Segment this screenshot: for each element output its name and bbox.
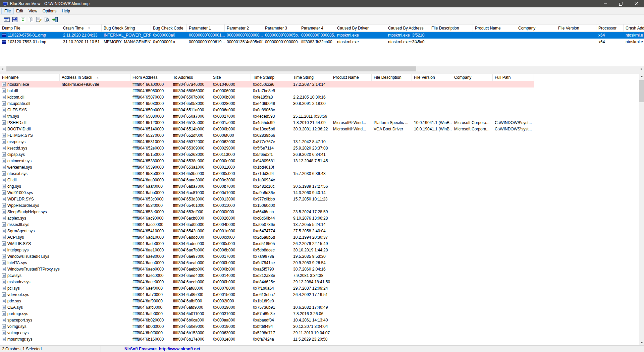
cell-filename: cmimcext.sys bbox=[0, 158, 60, 164]
column-header-file-version[interactable]: File Version bbox=[556, 24, 596, 32]
dump-properties-icon[interactable] bbox=[3, 15, 11, 23]
column-header-dump-file[interactable]: Dump File bbox=[0, 24, 61, 32]
table-row[interactable]: ntoskrnl.exentoskrnl.exe+9a078efffff804`… bbox=[0, 81, 534, 87]
table-row[interactable]: volmgr.sysfffff804`6b0d0000fffff804`6b0e… bbox=[0, 323, 534, 330]
vertical-scrollbar-thumb[interactable] bbox=[639, 80, 644, 102]
column-header-product-name[interactable]: Product Name bbox=[473, 24, 516, 32]
column-header-crash-add[interactable]: Crash Add bbox=[624, 24, 644, 32]
column-header-file-version[interactable]: File Version bbox=[412, 74, 452, 81]
cell-processor: x64 bbox=[596, 39, 624, 45]
column-header-file-description[interactable]: File Description bbox=[372, 74, 412, 81]
table-row[interactable]: IntelTA.sysfffff804`6aea0000fffff804`6ae… bbox=[0, 259, 534, 266]
close-button[interactable] bbox=[629, 0, 644, 7]
table-row[interactable]: WindowsTrustedRTProxy.sysfffff804`6aeb00… bbox=[0, 266, 534, 272]
table-row[interactable]: hal.dllfffff804`65060000fffff804`6506600… bbox=[0, 87, 534, 94]
scroll-right-arrow-icon[interactable] bbox=[639, 66, 644, 71]
table-row[interactable]: FLTMGR.SYSfffff804`65270000fffff804`652d… bbox=[0, 132, 534, 138]
table-row[interactable]: CEA.sysfffff804`6afc0000fffff804`6afd900… bbox=[0, 304, 534, 310]
table-row[interactable]: werkernel.sysfffff804`65390000fffff804`6… bbox=[0, 164, 534, 170]
column-header-full-path[interactable]: Full Path bbox=[493, 74, 534, 81]
table-row[interactable]: mssecflt.sysfffff804`6acc0000fffff804`6a… bbox=[0, 221, 534, 228]
table-row[interactable]: mountmgr.sysfffff804`6b160000fffff804`6b… bbox=[0, 336, 534, 342]
column-header-parameter-2[interactable]: Parameter 2 bbox=[225, 24, 263, 32]
column-header-parameter-1[interactable]: Parameter 1 bbox=[187, 24, 225, 32]
restore-button[interactable] bbox=[613, 0, 629, 7]
table-row[interactable]: vdrvroot.sysfffff804`6af70000fffff804`6a… bbox=[0, 291, 534, 298]
driver-file-icon bbox=[2, 108, 6, 112]
table-row[interactable]: PSHED.dllfffff804`65120000fffff804`6513a… bbox=[0, 119, 534, 126]
table-row[interactable]: ACPI.sysfffff804`6ad10000fffff804`6addc0… bbox=[0, 234, 534, 240]
properties-icon[interactable] bbox=[35, 15, 43, 23]
table-row[interactable]: mcupdate.dllfffff804`65030000fffff804`65… bbox=[0, 100, 534, 107]
table-row[interactable]: pdc.sysfffff804`6af90000fffff804`6afbf00… bbox=[0, 298, 534, 304]
scroll-up-arrow-icon[interactable] bbox=[639, 74, 644, 79]
exit-icon[interactable] bbox=[51, 15, 59, 23]
minimize-button[interactable] bbox=[598, 0, 613, 7]
column-header-to-address[interactable]: To Address bbox=[171, 74, 211, 81]
table-row[interactable]: tm.sysfffff804`65080000fffff804`650a7000… bbox=[0, 113, 534, 119]
refresh-icon[interactable] bbox=[19, 15, 27, 23]
column-header-caused-by-address[interactable]: Caused By Address bbox=[386, 24, 429, 32]
table-row[interactable]: intelpep.sysfffff804`6ae10000fffff804`6a… bbox=[0, 247, 534, 253]
column-header-size[interactable]: Size bbox=[211, 74, 251, 81]
column-header-time-stamp[interactable]: Time Stamp bbox=[251, 74, 291, 81]
vertical-scrollbar[interactable] bbox=[639, 74, 644, 345]
table-row[interactable]: ksecdd.sysfffff804`652e0000fffff804`6530… bbox=[0, 145, 534, 151]
column-header-company[interactable]: Company bbox=[452, 74, 493, 81]
table-row[interactable]: ntosext.sysfffff804`653b0000fffff804`653… bbox=[0, 170, 534, 177]
scroll-left-arrow-icon[interactable] bbox=[0, 66, 5, 71]
pane-splitter[interactable] bbox=[0, 71, 644, 74]
column-header-time-string[interactable]: Time String bbox=[291, 74, 331, 81]
table-row[interactable]: SgrmAgent.sysfffff804`65410000fffff804`6… bbox=[0, 228, 534, 234]
find-icon[interactable] bbox=[43, 15, 51, 23]
horizontal-scrollbar[interactable] bbox=[0, 66, 644, 71]
table-row[interactable]: pcw.sysfffff804`6aec0000fffff804`6aed400… bbox=[0, 272, 534, 279]
table-row[interactable]: WMILIB.SYSfffff804`6ade0000fffff804`6ade… bbox=[0, 240, 534, 247]
column-header-file-description[interactable]: File Description bbox=[429, 24, 473, 32]
table-row[interactable]: WppRecorder.sysfffff804`653f0000fffff804… bbox=[0, 202, 534, 209]
column-header-product-name[interactable]: Product Name bbox=[331, 74, 372, 81]
table-row[interactable]: cmimcext.sysfffff804`65380000fffff804`65… bbox=[0, 158, 534, 164]
scroll-down-arrow-icon[interactable] bbox=[639, 340, 644, 345]
table-row[interactable]: cng.sysfffff804`6aaf0000fffff804`6aba700… bbox=[0, 183, 534, 189]
column-header-bug-check-code[interactable]: Bug Check Code bbox=[151, 24, 187, 32]
column-header-crash-time[interactable]: Crash Time▿ bbox=[61, 24, 102, 32]
table-row[interactable]: WindowsTrustedRT.sysfffff804`6ae80000fff… bbox=[0, 253, 534, 259]
table-row[interactable]: partmgr.sysfffff804`6afe0000fffff804`6b0… bbox=[0, 310, 534, 317]
table-row[interactable]: 103120-7593-01.dmp31.10.2020 11:10:51MEM… bbox=[0, 39, 644, 45]
table-row[interactable]: 110320-6750-01.dmp2.11.2020 21:04:33INTE… bbox=[0, 32, 644, 39]
table-row[interactable]: msrpc.sysfffff804`65310000fffff804`65372… bbox=[0, 138, 534, 145]
menu-view[interactable]: View bbox=[26, 8, 40, 14]
table-row[interactable]: SleepStudyHelper.sysfffff804`653e0000fff… bbox=[0, 209, 534, 215]
menu-file[interactable]: File bbox=[2, 8, 13, 14]
table-row[interactable]: acpiex.sysfffff804`6ac90000fffff804`6acb… bbox=[0, 215, 534, 221]
column-header-filename[interactable]: Filename bbox=[0, 74, 60, 81]
table-row[interactable]: msisadrv.sysfffff804`6aee0000fffff804`6a… bbox=[0, 279, 534, 285]
column-header-bug-check-string[interactable]: Bug Check String bbox=[102, 24, 151, 32]
table-row[interactable]: pci.sysfffff804`6aef0000fffff804`6af6800… bbox=[0, 285, 534, 291]
table-row[interactable]: CI.dllfffff804`6aa00000fffff804`6aae3000… bbox=[0, 177, 534, 183]
table-row[interactable]: WDFLDR.SYSfffff804`653c0000fffff804`653d… bbox=[0, 196, 534, 202]
horizontal-scrollbar-thumb[interactable] bbox=[6, 66, 416, 71]
menu-edit[interactable]: Edit bbox=[13, 8, 26, 14]
column-header-company[interactable]: Company bbox=[516, 24, 556, 32]
menu-help[interactable]: Help bbox=[59, 8, 73, 14]
table-row[interactable]: Wdf01000.sysfffff804`6abb0000fffff804`6a… bbox=[0, 189, 534, 196]
table-row[interactable]: CLFS.SYSfffff804`650b0000fffff804`6511a0… bbox=[0, 107, 534, 113]
save-icon[interactable] bbox=[11, 15, 19, 23]
column-header-address-in-stack[interactable]: Address In Stack▵ bbox=[60, 74, 130, 81]
table-row[interactable]: volmgrx.sysfffff804`6b0f0000fffff804`6b1… bbox=[0, 330, 534, 336]
table-row[interactable]: BOOTVID.dllfffff804`65140000fffff804`651… bbox=[0, 126, 534, 132]
cell-file-version bbox=[412, 183, 452, 189]
menu-options[interactable]: Options bbox=[40, 8, 59, 14]
table-row[interactable]: clipsp.sysfffff804`65150000fffff804`6526… bbox=[0, 151, 534, 158]
column-header-parameter-4[interactable]: Parameter 4 bbox=[299, 24, 335, 32]
table-row[interactable]: spaceport.sysfffff804`6b020000fffff804`6… bbox=[0, 317, 534, 323]
nirsoft-link[interactable]: NirSoft Freeware. http://www.nirsoft.net bbox=[124, 347, 200, 351]
column-header-processor[interactable]: Processor bbox=[596, 24, 624, 32]
column-header-from-address[interactable]: From Address bbox=[130, 74, 171, 81]
column-header-parameter-3[interactable]: Parameter 3 bbox=[263, 24, 299, 32]
table-row[interactable]: kdcom.dllfffff804`65070000fffff804`6507b… bbox=[0, 94, 534, 100]
copy-icon[interactable] bbox=[27, 15, 35, 23]
column-header-caused-by-driver[interactable]: Caused By Driver bbox=[335, 24, 386, 32]
